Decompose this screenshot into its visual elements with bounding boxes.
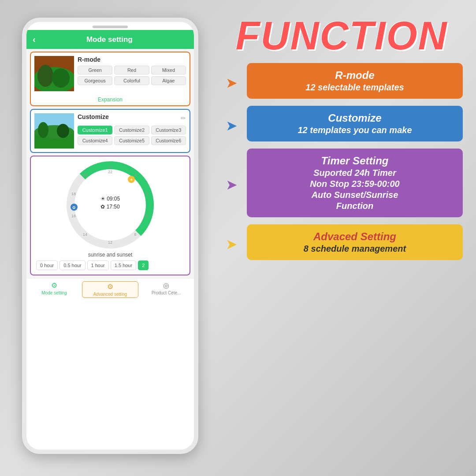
customize-feature-row: ➤ Customize 12 templates you can make [220, 106, 463, 145]
rmode-feature-row: ➤ R-mode 12 selectable templates [220, 63, 463, 102]
svg-text:16: 16 [71, 214, 76, 218]
clock-circle: 24 2 4 6 8 12 14 16 18 20 22 [66, 161, 154, 249]
header-title: Mode setting [40, 35, 179, 44]
rmode-btn-gorgeous[interactable]: Gorgeous [78, 76, 112, 85]
svg-point-7 [38, 122, 48, 138]
svg-text:20: 20 [83, 173, 87, 177]
advanced-arrow-col: ➤ [220, 236, 242, 253]
customize-thumbnail [34, 113, 74, 149]
advanced-feature-row: ➤ Advaced Setting 8 schedule management [220, 224, 463, 264]
customize-arrow-icon: ➤ [226, 117, 238, 134]
customize-btn-grid: Customize1 Customize2 Customize3 Customi… [78, 126, 186, 145]
svg-text:✿: ✿ [72, 205, 76, 210]
phone-mockup: ‹ Mode setting [22, 18, 198, 454]
hour-btn-15[interactable]: 1.5 hour [111, 260, 136, 270]
timer-arrow-icon: ➤ [226, 176, 238, 193]
customize-arrow-col: ➤ [220, 117, 242, 134]
product-icon: ◎ [163, 281, 169, 290]
svg-point-2 [37, 65, 53, 87]
timer-feature-line4: Function [255, 201, 455, 211]
advanced-feature-card: Advaced Setting 8 schedule management [247, 224, 463, 260]
nav-advanced-label: Advanced setting [93, 292, 127, 297]
customize-btn-3[interactable]: Customize3 [151, 126, 186, 134]
phone-screen: ‹ Mode setting [26, 30, 194, 300]
clock-container: 24 2 4 6 8 12 14 16 18 20 22 [35, 161, 185, 249]
rmode-btn-colorful[interactable]: Colorful [114, 76, 149, 85]
svg-text:12: 12 [108, 240, 112, 245]
hour-btn-2[interactable]: 2 [138, 260, 149, 270]
svg-text:18: 18 [71, 192, 76, 196]
timer-feature-line2: Non Stop 23:59-00:00 [255, 179, 455, 189]
expansion-link[interactable]: Expansion [31, 95, 190, 105]
nav-product-label: Product Cete... [152, 290, 181, 295]
advanced-feature-title: Advaced Setting [255, 231, 455, 243]
rmode-feature-card: R-mode 12 selectable templates [247, 63, 463, 99]
customize-btn-1[interactable]: Customize1 [78, 126, 112, 134]
rmode-card: R-mode Green Red Mixed Gorgeous Colorful… [30, 52, 190, 106]
right-panel: FUNCTION ➤ R-mode 12 selectable template… [220, 13, 463, 463]
rmode-btn-mixed[interactable]: Mixed [151, 66, 186, 74]
app-header: ‹ Mode setting [26, 30, 194, 49]
sunrise-label: sunrise and sunset [35, 252, 185, 258]
svg-text:☀: ☀ [130, 178, 133, 182]
advanced-feature-desc: 8 schedule management [255, 244, 455, 254]
customize-feature-title: Customize [255, 112, 455, 124]
customize-btn-2[interactable]: Customize2 [114, 126, 149, 134]
rmode-thumbnail [34, 56, 74, 91]
mode-setting-icon: ⚙ [51, 281, 57, 290]
svg-text:☀ 09:05: ☀ 09:05 [100, 196, 120, 202]
svg-text:2: 2 [134, 173, 136, 177]
svg-text:6: 6 [145, 214, 148, 218]
timer-feature-line1: Suported 24h Timer [255, 168, 455, 178]
nav-product[interactable]: ◎ Product Cete... [138, 281, 194, 298]
rmode-btn-red[interactable]: Red [114, 66, 149, 74]
timer-section: 24 2 4 6 8 12 14 16 18 20 22 [30, 156, 190, 275]
rmode-arrow-icon: ➤ [226, 74, 238, 91]
hour-buttons: 0 hour 0.5 hour 1 hour 1.5 hour 2 [35, 260, 185, 270]
phone-notch [26, 22, 194, 30]
edit-icon[interactable]: ✏ [181, 115, 186, 122]
rmode-feature-title: R-mode [255, 69, 455, 82]
timer-feature-card: Timer Setting Suported 24h Timer Non Sto… [247, 149, 463, 217]
rmode-arrow-col: ➤ [220, 74, 242, 91]
svg-point-3 [52, 68, 70, 88]
timer-feature-title: Timer Setting [255, 155, 455, 167]
nav-mode-label: Mode setting [41, 290, 67, 295]
customize-title-row: Customize ✏ [78, 113, 186, 123]
page-title: FUNCTION [220, 13, 463, 59]
customize-feature-desc: 12 templates you can make [255, 125, 455, 135]
bottom-nav: ⚙ Mode setting ⚙ Advanced setting ◎ Prod… [26, 278, 194, 300]
customize-card: Customize ✏ Customize1 Customize2 Custom… [30, 109, 190, 153]
svg-text:✿ 17:50: ✿ 17:50 [100, 204, 120, 210]
customize-title: Customize [78, 113, 109, 120]
nav-mode-setting[interactable]: ⚙ Mode setting [26, 281, 82, 298]
nav-advanced-setting[interactable]: ⚙ Advanced setting [82, 281, 138, 298]
advanced-arrow-icon: ➤ [226, 236, 238, 253]
timer-feature-line3: Auto Sunset/Sunrise [255, 190, 455, 200]
customize-btn-4[interactable]: Customize4 [78, 136, 112, 145]
timer-feature-row: ➤ Timer Setting Suported 24h Timer Non S… [220, 149, 463, 221]
customize-btn-6[interactable]: Customize6 [151, 136, 186, 145]
rmode-content: R-mode Green Red Mixed Gorgeous Colorful… [78, 56, 186, 85]
hour-btn-05[interactable]: 0.5 hour [60, 260, 85, 270]
notch-bar [93, 26, 128, 28]
customize-feature-card: Customize 12 templates you can make [247, 106, 463, 141]
advanced-setting-icon: ⚙ [107, 283, 113, 291]
hour-btn-1[interactable]: 1 hour [87, 260, 109, 270]
phone-wrapper: ‹ Mode setting [13, 13, 207, 463]
main-container: ‹ Mode setting [0, 0, 476, 476]
rmode-btn-algae[interactable]: Algae [151, 76, 186, 85]
customize-content: Customize ✏ Customize1 Customize2 Custom… [78, 113, 186, 145]
svg-point-8 [57, 124, 69, 138]
customize-btn-5[interactable]: Customize5 [114, 136, 149, 145]
rmode-btn-green[interactable]: Green [78, 66, 112, 74]
rmode-btn-grid: Green Red Mixed Gorgeous Colorful Algae [78, 66, 186, 85]
svg-text:4: 4 [145, 192, 148, 196]
svg-text:8: 8 [134, 232, 136, 237]
hour-btn-0[interactable]: 0 hour [36, 260, 58, 270]
svg-text:24: 24 [108, 165, 112, 170]
svg-text:22: 22 [108, 170, 112, 174]
back-button[interactable]: ‹ [33, 34, 36, 45]
timer-arrow-col: ➤ [220, 176, 242, 193]
rmode-title: R-mode [78, 56, 186, 63]
